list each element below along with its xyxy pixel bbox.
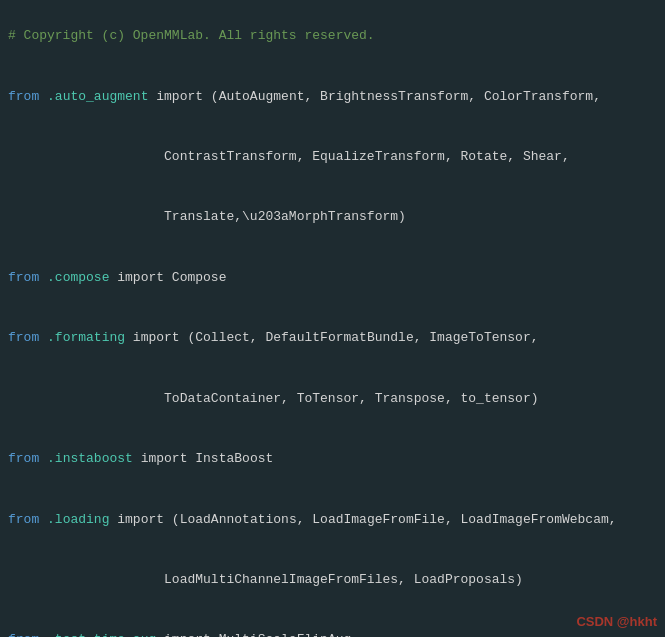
comment-line: # Copyright (c) OpenMMLab. All rights re… [8,28,375,43]
kw-auto-augment: from [8,89,39,104]
code-editor: # Copyright (c) OpenMMLab. All rights re… [0,0,665,637]
watermark: CSDN @hkht [576,614,657,629]
